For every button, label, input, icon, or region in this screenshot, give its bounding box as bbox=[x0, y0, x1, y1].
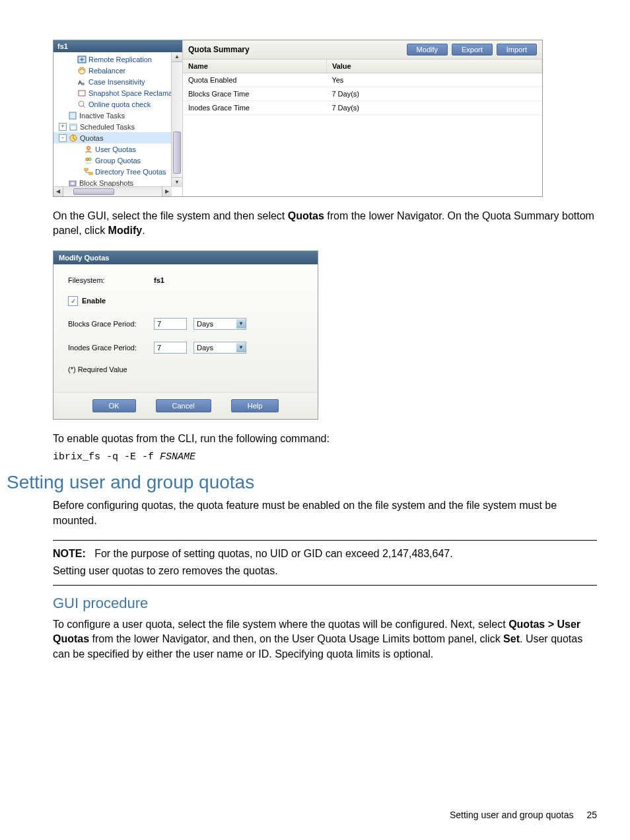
enable-label: Enable bbox=[82, 297, 106, 305]
section-heading-setting-quotas: Setting user and group quotas bbox=[7, 472, 597, 493]
tree-item-label: Scheduled Tasks bbox=[80, 123, 135, 131]
vertical-scrollbar[interactable]: ▲ ▼ bbox=[171, 52, 182, 187]
h-scroll-thumb[interactable] bbox=[73, 188, 114, 195]
inactive-tasks-icon bbox=[68, 111, 77, 120]
tree-item-label: Inactive Tasks bbox=[79, 112, 125, 120]
col-value: Value bbox=[326, 59, 542, 73]
tree-items-container: Remote Replication Rebalancer Aa Case In… bbox=[53, 52, 182, 196]
tree-item-user-quotas[interactable]: User Quotas bbox=[53, 143, 182, 155]
page-footer: Setting user and group quotas 25 bbox=[450, 810, 597, 820]
scroll-down-icon[interactable]: ▼ bbox=[172, 177, 182, 187]
modify-button[interactable]: Modify bbox=[407, 44, 448, 56]
case-icon: Aa bbox=[77, 77, 87, 87]
tree-item-label: Case Insensitivity bbox=[88, 78, 145, 86]
tree-item-inactive-tasks[interactable]: Inactive Tasks bbox=[53, 110, 182, 121]
cell-value: 7 Day(s) bbox=[326, 101, 542, 115]
section-intro: Before configuring quotas, the quota fea… bbox=[53, 498, 597, 528]
ok-button[interactable]: OK bbox=[92, 399, 136, 412]
plus-expander-icon[interactable]: + bbox=[59, 123, 67, 131]
tree-item-group-quotas[interactable]: Group Quotas bbox=[53, 155, 182, 166]
navigator-panel: fs1 Remote Replication Rebalancer Aa Cas… bbox=[53, 40, 183, 196]
enable-row: ✓ Enable bbox=[68, 296, 303, 306]
tree-item-label: Snapshot Space Reclama bbox=[88, 89, 172, 97]
quota-summary-screenshot: fs1 Remote Replication Rebalancer Aa Cas… bbox=[53, 40, 543, 197]
note-box: NOTE: For the purpose of setting quotas,… bbox=[53, 540, 597, 586]
tree-item-label: Directory Tree Quotas bbox=[95, 168, 166, 176]
summary-title: Quota Summary bbox=[188, 45, 403, 54]
cancel-button[interactable]: Cancel bbox=[156, 399, 211, 412]
svg-point-12 bbox=[86, 158, 88, 161]
svg-rect-14 bbox=[85, 169, 88, 171]
table-row: Inodes Grace Time 7 Day(s) bbox=[183, 101, 542, 115]
tree-item-case-insensitivity[interactable]: Aa Case Insensitivity bbox=[53, 76, 182, 87]
blocks-grace-input[interactable]: 7 bbox=[154, 318, 187, 330]
footer-text: Setting user and group quotas bbox=[450, 810, 574, 820]
scroll-up-icon[interactable]: ▲ bbox=[172, 52, 182, 62]
tree-item-scheduled-tasks[interactable]: + Scheduled Tasks bbox=[53, 121, 182, 132]
summary-table: Name Value Quota Enabled Yes Blocks Grac… bbox=[183, 59, 542, 115]
svg-point-13 bbox=[88, 158, 91, 161]
cell-name: Inodes Grace Time bbox=[183, 101, 326, 115]
scroll-right-icon[interactable]: ▶ bbox=[162, 187, 172, 196]
dir-tree-quotas-icon bbox=[84, 167, 93, 176]
cell-name: Blocks Grace Time bbox=[183, 87, 326, 101]
svg-point-5 bbox=[79, 101, 84, 106]
dialog-footer: OK Cancel Help bbox=[53, 392, 318, 419]
svg-point-17 bbox=[71, 182, 74, 184]
filesystem-row: Filesystem: fs1 bbox=[68, 276, 303, 284]
import-button[interactable]: Import bbox=[497, 44, 537, 56]
navigator-title: fs1 bbox=[53, 40, 182, 52]
inodes-grace-label: Inodes Grace Period: bbox=[68, 344, 154, 352]
tree-item-rebalancer[interactable]: Rebalancer bbox=[53, 65, 182, 76]
inodes-grace-row: Inodes Grace Period: 7 Days ▼ bbox=[68, 342, 303, 354]
inodes-grace-input[interactable]: 7 bbox=[154, 342, 187, 354]
unit-value: Days bbox=[197, 344, 213, 352]
scroll-left-icon[interactable]: ◀ bbox=[53, 187, 63, 196]
scheduled-tasks-icon bbox=[69, 122, 78, 132]
enable-checkbox[interactable]: ✓ bbox=[68, 296, 78, 306]
svg-text:a: a bbox=[82, 81, 85, 86]
minus-expander-icon[interactable]: - bbox=[59, 134, 67, 142]
tree-item-label: User Quotas bbox=[95, 145, 136, 153]
gui-procedure-paragraph: To configure a user quota, select the fi… bbox=[53, 617, 597, 662]
svg-point-11 bbox=[87, 146, 90, 149]
navigator-tree: Remote Replication Rebalancer Aa Case In… bbox=[53, 52, 182, 196]
tree-item-label: Block Snapshots bbox=[79, 179, 133, 187]
quota-check-icon bbox=[77, 100, 87, 109]
tree-item-online-quota-check[interactable]: Online quota check bbox=[53, 98, 182, 110]
blocks-grace-label: Blocks Grace Period: bbox=[68, 320, 154, 328]
tree-item-label: Online quota check bbox=[88, 100, 151, 108]
tree-item-snapshot-space-reclaim[interactable]: Snapshot Space Reclama bbox=[53, 87, 182, 98]
export-button[interactable]: Export bbox=[452, 44, 493, 56]
tree-item-label: Rebalancer bbox=[88, 67, 125, 75]
summary-header: Quota Summary Modify Export Import bbox=[183, 40, 542, 59]
page-number: 25 bbox=[586, 810, 597, 820]
tree-item-label: Group Quotas bbox=[95, 157, 141, 165]
summary-panel: Quota Summary Modify Export Import Name … bbox=[183, 40, 542, 196]
user-quotas-icon bbox=[84, 145, 93, 154]
inodes-grace-unit-select[interactable]: Days ▼ bbox=[193, 342, 246, 354]
blocks-grace-row: Blocks Grace Period: 7 Days ▼ bbox=[68, 318, 303, 330]
dialog-body: Filesystem: fs1 ✓ Enable Blocks Grace Pe… bbox=[53, 264, 318, 392]
help-button[interactable]: Help bbox=[231, 399, 279, 412]
replication-icon bbox=[77, 55, 87, 64]
scroll-thumb[interactable] bbox=[173, 132, 181, 174]
tree-item-label: Quotas bbox=[80, 134, 103, 142]
svg-line-6 bbox=[83, 106, 85, 108]
svg-rect-9 bbox=[70, 124, 77, 126]
tree-item-remote-replication[interactable]: Remote Replication bbox=[53, 54, 182, 65]
quotas-icon bbox=[69, 134, 78, 143]
note-label: NOTE: bbox=[53, 548, 86, 559]
tree-item-directory-tree-quotas[interactable]: Directory Tree Quotas bbox=[53, 166, 182, 177]
cell-value: 7 Day(s) bbox=[326, 87, 542, 101]
horizontal-scrollbar[interactable]: ◀ ▶ bbox=[53, 186, 172, 196]
tree-item-quotas[interactable]: - Quotas bbox=[53, 132, 182, 143]
table-row: Quota Enabled Yes bbox=[183, 73, 542, 87]
note-body: For the purpose of setting quotas, no UI… bbox=[94, 548, 453, 559]
blocks-grace-unit-select[interactable]: Days ▼ bbox=[193, 318, 246, 330]
required-value-note: (*) Required Value bbox=[68, 365, 303, 373]
filesystem-label: Filesystem: bbox=[68, 276, 154, 284]
svg-rect-15 bbox=[89, 172, 92, 174]
filesystem-value: fs1 bbox=[154, 276, 164, 284]
dialog-title: Modify Quotas bbox=[53, 251, 318, 264]
